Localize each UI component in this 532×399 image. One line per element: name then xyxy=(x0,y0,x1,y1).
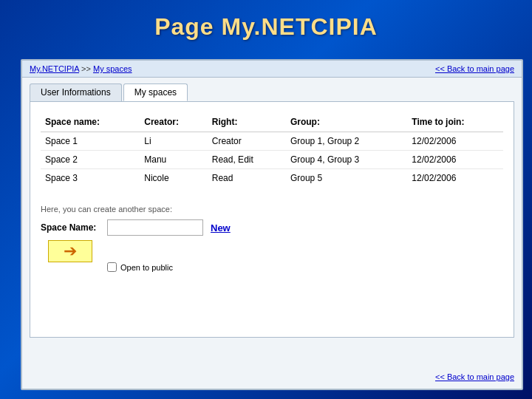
cell-space-name: Space 1 xyxy=(41,132,140,151)
open-to-public-checkbox[interactable] xyxy=(107,262,117,272)
back-to-main-link-top[interactable]: << Back to main page xyxy=(435,64,514,73)
space-name-label: Space Name: xyxy=(41,222,100,233)
window-frame: My.NETCIPIA >> My spaces << Back to main… xyxy=(21,59,523,390)
breadcrumb-current-link[interactable]: My spaces xyxy=(93,64,132,73)
col-header-space-name: Space name: xyxy=(41,114,140,132)
page-title: Page My.NETCIPIA xyxy=(0,0,532,51)
cell-right: Creator xyxy=(208,132,286,151)
table-row: Space 2 Manu Read, Edit Group 4, Group 3… xyxy=(41,151,503,169)
cell-group: Group 4, Group 3 xyxy=(286,151,407,169)
content-area: Space name: Creator: Right: Group: Time … xyxy=(30,101,514,338)
cell-group: Group 5 xyxy=(286,169,407,188)
breadcrumb-bar: My.NETCIPIA >> My spaces << Back to main… xyxy=(22,61,522,78)
col-header-right: Right: xyxy=(208,114,286,132)
cell-creator: Nicole xyxy=(140,169,208,188)
breadcrumb: My.NETCIPIA >> My spaces xyxy=(30,64,132,73)
breadcrumb-back[interactable]: << Back to main page xyxy=(435,64,514,73)
cell-time-to-join: 12/02/2006 xyxy=(407,151,503,169)
cell-time-to-join: 12/02/2006 xyxy=(407,132,503,151)
cell-space-name: Space 2 xyxy=(41,151,140,169)
open-to-public-label: Open to public xyxy=(120,263,173,272)
tab-user-informations[interactable]: User Informations xyxy=(30,83,122,101)
breadcrumb-home-link[interactable]: My.NETCIPIA xyxy=(30,64,79,73)
cell-group: Group 1, Group 2 xyxy=(286,132,407,151)
tabs-row: User Informations My spaces xyxy=(22,78,522,101)
open-public-row: Open to public xyxy=(107,262,503,272)
new-button[interactable]: New xyxy=(211,222,231,233)
cell-right: Read, Edit xyxy=(208,151,286,169)
submit-arrow-button[interactable] xyxy=(48,240,92,262)
bottom-back: << Back to main page xyxy=(435,372,514,381)
cell-creator: Manu xyxy=(140,151,208,169)
cell-creator: Li xyxy=(140,132,208,151)
cell-right: Read xyxy=(208,169,286,188)
cell-time-to-join: 12/02/2006 xyxy=(407,169,503,188)
col-header-group: Group: xyxy=(286,114,407,132)
tab-my-spaces[interactable]: My spaces xyxy=(123,83,188,101)
breadcrumb-separator: >> xyxy=(81,64,93,73)
create-hint: Here, you can create another space: xyxy=(41,205,503,214)
spaces-table: Space name: Creator: Right: Group: Time … xyxy=(41,114,503,187)
table-row: Space 3 Nicole Read Group 5 12/02/2006 xyxy=(41,169,503,188)
table-row: Space 1 Li Creator Group 1, Group 2 12/0… xyxy=(41,132,503,151)
cell-space-name: Space 3 xyxy=(41,169,140,188)
create-form-row: Space Name: New xyxy=(41,219,503,236)
create-section: Here, you can create another space: Spac… xyxy=(41,200,503,272)
col-header-creator: Creator: xyxy=(140,114,208,132)
space-name-input[interactable] xyxy=(107,219,203,236)
col-header-time-to-join: Time to join: xyxy=(407,114,503,132)
back-to-main-link-bottom[interactable]: << Back to main page xyxy=(435,372,514,381)
